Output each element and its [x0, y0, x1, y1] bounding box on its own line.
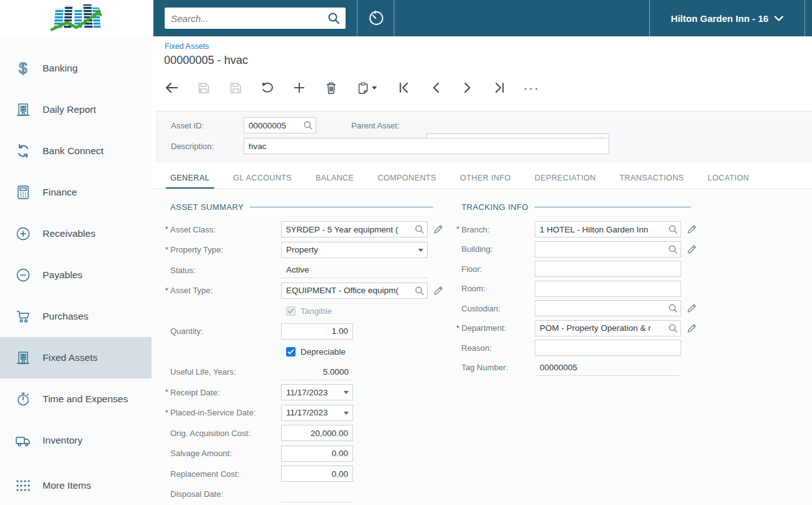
custodian-field[interactable] — [535, 300, 681, 316]
back-arrow-icon — [165, 83, 178, 93]
lookup-icon[interactable] — [668, 244, 678, 254]
tab-balance[interactable]: BALANCE — [311, 166, 358, 189]
building-field[interactable] — [535, 241, 681, 258]
sidebar-item-receivables[interactable]: Receivables — [0, 213, 152, 254]
branch-field[interactable] — [535, 221, 681, 237]
chevron-right-icon — [464, 83, 471, 93]
edit-pencil-icon[interactable] — [433, 224, 443, 234]
lookup-icon[interactable] — [414, 224, 424, 234]
sidebar-item-purchases[interactable]: Purchases — [0, 296, 152, 337]
breadcrumb[interactable]: Fixed Assets — [165, 42, 209, 51]
sidebar-item-payables[interactable]: Payables — [0, 254, 152, 296]
sidebar-item-banking[interactable]: $ Banking — [0, 48, 152, 89]
reason-field[interactable] — [535, 340, 681, 356]
lookup-icon[interactable] — [668, 303, 678, 313]
tab-depreciation[interactable]: DEPRECIATION — [530, 166, 600, 189]
orig-acquisition-cost-field[interactable] — [281, 425, 353, 441]
replacement-cost-row: Replacement Cost: — [165, 466, 460, 482]
disposal-date-label: Disposal Date: — [170, 489, 281, 499]
copy-paste-button[interactable] — [357, 81, 378, 95]
sidebar-item-finance[interactable]: Finance — [0, 172, 152, 213]
orig-acquisition-cost-row: Orig. Acquisition Cost: — [165, 425, 460, 441]
edit-pencil-icon[interactable] — [687, 303, 697, 313]
description-field[interactable] — [244, 138, 609, 154]
property-type-row: * Property Type: Property — [165, 242, 460, 258]
search-input[interactable] — [165, 13, 327, 24]
ellipsis-icon: ··· — [523, 81, 540, 95]
building-icon — [15, 350, 31, 366]
first-record-button[interactable] — [398, 81, 410, 95]
salvage-amount-field[interactable] — [281, 445, 353, 462]
chevron-down-icon — [774, 16, 783, 21]
floor-field[interactable] — [535, 261, 681, 277]
tab-components[interactable]: COMPONENTS — [373, 166, 441, 189]
save-button[interactable] — [229, 81, 242, 95]
previous-record-button[interactable] — [429, 81, 442, 95]
sidebar-item-more-items[interactable]: More Items — [0, 465, 152, 505]
depreciable-checkbox[interactable] — [286, 347, 296, 357]
edit-pencil-icon[interactable] — [687, 323, 697, 333]
edit-pencil-icon[interactable] — [687, 224, 697, 234]
department-field[interactable] — [535, 320, 681, 336]
edit-pencil-icon[interactable] — [687, 244, 697, 254]
cancel-undo-button[interactable] — [261, 81, 274, 95]
global-search[interactable] — [165, 8, 346, 29]
room-field[interactable] — [535, 281, 681, 297]
save-icon — [230, 82, 242, 94]
sidebar-item-fixed-assets[interactable]: Fixed Assets — [0, 337, 152, 378]
tab-transactions[interactable]: TRANSACTIONS — [615, 166, 689, 189]
tab-gl-accounts[interactable]: GL ACCOUNTS — [229, 166, 297, 189]
salvage-amount-label: Salvage Amount: — [170, 449, 281, 458]
sidebar-item-bank-connect[interactable]: Bank Connect — [0, 130, 152, 172]
required-marker: * — [456, 324, 461, 333]
sidebar-item-time-and-expenses[interactable]: Time and Expenses — [0, 378, 152, 420]
back-button[interactable] — [165, 81, 178, 95]
lookup-icon[interactable] — [414, 286, 424, 296]
edit-pencil-icon[interactable] — [433, 286, 443, 296]
tab-general[interactable]: GENERAL — [166, 166, 214, 189]
salvage-amount-row: Salvage Amount: — [165, 445, 460, 462]
placed-in-service-date-field[interactable]: 11/17/2023 — [281, 405, 353, 421]
company-selector[interactable]: Hilton Garden Inn - 16 — [649, 0, 805, 36]
required-marker: * — [165, 225, 170, 234]
lookup-icon[interactable] — [668, 323, 678, 333]
receipt-date-field[interactable]: 11/17/2023 — [281, 384, 353, 400]
quantity-row: Quantity: — [165, 323, 460, 340]
tab-location[interactable]: LOCATION — [703, 166, 753, 189]
asset-class-field[interactable] — [281, 221, 428, 237]
business-date-button[interactable] — [357, 0, 394, 36]
sidebar-item-inventory[interactable]: Inventory — [0, 420, 152, 461]
disposal-date-row: Disposal Date: — [165, 486, 460, 502]
sidebar-item-label: Bank Connect — [43, 145, 103, 157]
orig-acquisition-cost-label: Orig. Acquisition Cost: — [170, 429, 281, 438]
tab-other-info[interactable]: OTHER INFO — [456, 166, 515, 189]
top-header-bar: Hilton Garden Inn - 16 — [153, 0, 812, 36]
replacement-cost-field[interactable] — [281, 466, 353, 482]
save-and-close-button[interactable] — [197, 81, 210, 95]
quantity-label: Quantity: — [170, 326, 281, 336]
record-tabs: GENERAL GL ACCOUNTS BALANCE COMPONENTS O… — [152, 166, 812, 189]
quantity-field[interactable] — [281, 323, 353, 340]
clipboard-icon — [358, 82, 368, 94]
select-caret-icon — [418, 249, 423, 252]
search-icon[interactable] — [327, 11, 341, 25]
property-type-select[interactable]: Property — [281, 242, 428, 258]
more-actions-button[interactable]: ··· — [525, 81, 538, 95]
truck-icon — [15, 432, 31, 449]
sidebar-item-daily-report[interactable]: Daily Report — [0, 89, 152, 130]
add-record-button[interactable] — [293, 81, 306, 95]
delete-record-button[interactable] — [325, 81, 337, 95]
chevron-left-icon — [432, 83, 439, 93]
lookup-icon[interactable] — [303, 120, 313, 130]
sidebar-nav: $ Banking Daily Report Bank Connect — [0, 36, 152, 505]
last-record-button[interactable] — [493, 81, 506, 95]
required-marker: * — [456, 225, 461, 234]
placed-in-service-date-row: * Placed-in-Service Date: 11/17/2023 — [165, 405, 460, 421]
tangible-checkbox — [286, 306, 296, 316]
app-window: Hilton Garden Inn - 16 $ Banking Daily R… — [0, 0, 812, 505]
next-record-button[interactable] — [461, 81, 474, 95]
lookup-icon[interactable] — [668, 224, 678, 234]
reason-row: Reason: — [456, 340, 726, 356]
asset-type-field[interactable] — [281, 283, 428, 299]
sidebar-item-label: Time and Expenses — [43, 393, 128, 405]
